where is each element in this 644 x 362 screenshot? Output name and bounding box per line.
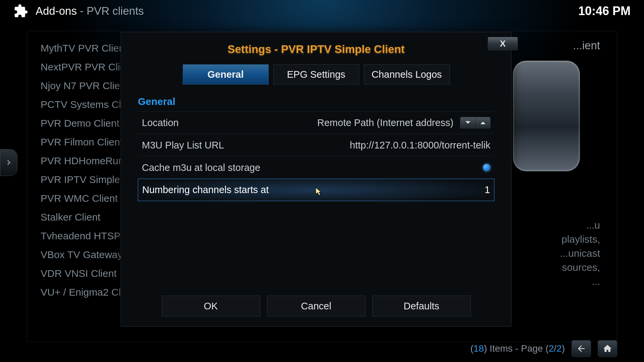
home-button[interactable] (598, 340, 617, 357)
setting-label: Location (142, 117, 179, 128)
setting-label: Numbering channels starts at (142, 184, 269, 195)
setting-value: Remote Path (Internet address) (317, 117, 453, 128)
addons-puzzle-icon (13, 4, 28, 18)
spinner-down-button[interactable] (461, 117, 475, 128)
addon-art-placeholder (513, 61, 580, 171)
side-panel-toggle[interactable] (0, 149, 17, 176)
tab-epg-settings[interactable]: EPG Settings (273, 64, 359, 84)
clock: 10:46 PM (578, 4, 631, 18)
ok-button[interactable]: OK (162, 296, 260, 316)
footer: (18) Items - Page (2/2) (27, 339, 617, 359)
dialog-tabs: General EPG Settings Channels Logos (138, 64, 494, 84)
radio-enabled-icon (483, 164, 490, 171)
page-indicator: (18) Items - Page (2/2) (470, 343, 565, 354)
addon-title-truncated: ...ient (573, 39, 600, 52)
section-header-general: General (138, 96, 494, 107)
breadcrumb-sub: - PVR clients (80, 5, 144, 17)
breadcrumb-main: Add-ons (36, 5, 77, 17)
tab-general[interactable]: General (183, 64, 269, 84)
dialog-buttons: OK Cancel Defaults (138, 286, 494, 316)
cursor-icon (315, 187, 323, 196)
defaults-button[interactable]: Defaults (372, 296, 471, 316)
chevron-up-icon (480, 121, 486, 125)
setting-location[interactable]: Location Remote Path (Internet address) (138, 111, 494, 134)
breadcrumb: Add-ons - PVR clients (36, 5, 144, 17)
setting-cache-m3u[interactable]: Cache m3u at local storage (138, 156, 494, 179)
setting-label: Cache m3u at local storage (142, 162, 260, 173)
home-icon (602, 344, 612, 354)
cancel-button[interactable]: Cancel (267, 296, 366, 316)
arrow-left-icon (576, 344, 586, 354)
setting-m3u-url[interactable]: M3U Play List URL http://127.0.0.1:8000/… (138, 134, 494, 156)
back-button[interactable] (572, 340, 591, 357)
topbar: Add-ons - PVR clients 10:46 PM (0, 0, 644, 22)
setting-label: M3U Play List URL (142, 140, 224, 151)
tab-channels-logos[interactable]: Channels Logos (364, 64, 450, 84)
setting-value: 1 (485, 184, 490, 195)
close-button[interactable]: X (488, 37, 518, 50)
spinner-control (460, 117, 490, 128)
spinner-up-button[interactable] (475, 117, 490, 128)
settings-dialog: X Settings - PVR IPTV Simple Client Gene… (121, 32, 512, 327)
chevron-down-icon (465, 121, 471, 125)
setting-value: http://127.0.0.1:8000/torrent-telik (350, 140, 490, 151)
close-icon: X (500, 39, 505, 49)
dialog-title: Settings - PVR IPTV Simple Client (138, 43, 494, 56)
addon-description-truncated: ...u playlists, ...unicast sources, ... (550, 218, 600, 289)
